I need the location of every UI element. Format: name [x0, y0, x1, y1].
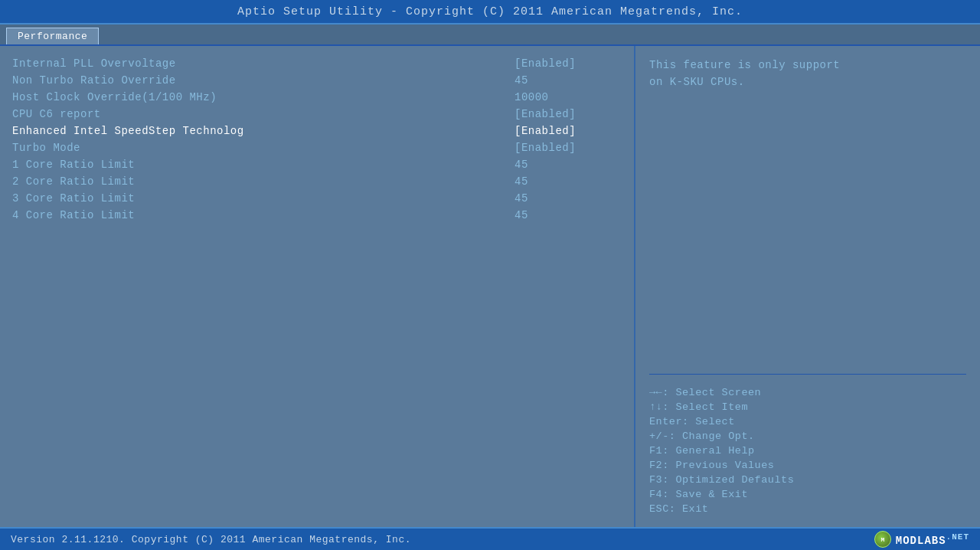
table-row[interactable]: CPU C6 report [Enabled]: [12, 106, 622, 123]
setting-value-4: [Enabled]: [514, 125, 622, 137]
tab-row: Performance: [0, 25, 980, 46]
setting-name-2: Host Clock Override(1/100 MHz): [12, 91, 514, 103]
setting-value-2: 10000: [514, 91, 622, 103]
table-row[interactable]: 1 Core Ratio Limit 45: [12, 156, 622, 173]
setting-name-9: 4 Core Ratio Limit: [12, 209, 514, 221]
modlabs-icon: M: [874, 531, 891, 548]
main-area: Internal PLL Overvoltage [Enabled] Non T…: [0, 46, 980, 527]
table-row[interactable]: Host Clock Override(1/100 MHz) 10000: [12, 89, 622, 106]
app-title: Aptio Setup Utility - Copyright (C) 2011…: [237, 5, 743, 18]
table-row[interactable]: Non Turbo Ratio Override 45: [12, 72, 622, 89]
setting-value-1: 45: [514, 74, 622, 87]
setting-name-3: CPU C6 report: [12, 108, 514, 120]
setting-value-3: [Enabled]: [514, 108, 622, 120]
right-panel: This feature is only support on K-SKU CP…: [635, 46, 980, 527]
help-text: This feature is only support on K-SKU CP…: [649, 57, 966, 91]
help-line1: This feature is only support: [649, 59, 840, 71]
modlabs-brand: MODLABS.NET: [896, 532, 969, 547]
shortcut-item-2: Enter: Select: [649, 414, 966, 429]
tab-performance[interactable]: Performance: [6, 28, 99, 44]
setting-name-8: 3 Core Ratio Limit: [12, 192, 514, 205]
setting-name-5: Turbo Mode: [12, 142, 514, 154]
table-row[interactable]: 2 Core Ratio Limit 45: [12, 173, 622, 190]
help-line2: on K-SKU CPUs.: [649, 76, 745, 88]
modlabs-logo: M MODLABS.NET: [874, 531, 969, 548]
table-row[interactable]: Enhanced Intel SpeedStep Technolog [Enab…: [12, 123, 622, 139]
shortcut-item-1: ↑↓: Select Item: [649, 400, 966, 414]
shortcut-item-0: →←: Select Screen: [649, 385, 966, 400]
top-header-bar: Aptio Setup Utility - Copyright (C) 2011…: [0, 0, 980, 25]
setting-value-9: 45: [514, 209, 622, 221]
table-row[interactable]: 3 Core Ratio Limit 45: [12, 190, 622, 207]
shortcut-item-5: F2: Previous Values: [649, 458, 966, 473]
table-row[interactable]: Internal PLL Overvoltage [Enabled]: [12, 55, 622, 72]
divider: [649, 374, 966, 375]
table-row[interactable]: Turbo Mode [Enabled]: [12, 139, 622, 156]
shortcut-item-6: F3: Optimized Defaults: [649, 473, 966, 487]
setting-name-7: 2 Core Ratio Limit: [12, 175, 514, 188]
shortcut-item-7: F4: Save & Exit: [649, 487, 966, 502]
setting-name-6: 1 Core Ratio Limit: [12, 159, 514, 171]
table-row[interactable]: 4 Core Ratio Limit 45: [12, 207, 622, 224]
footer-text: Version 2.11.1210. Copyright (C) 2011 Am…: [11, 534, 411, 545]
setting-name-4: Enhanced Intel SpeedStep Technolog: [12, 125, 514, 137]
shortcut-item-8: ESC: Exit: [649, 502, 966, 516]
setting-value-0: [Enabled]: [514, 57, 622, 70]
setting-name-0: Internal PLL Overvoltage: [12, 57, 514, 70]
shortcut-list: →←: Select Screen ↑↓: Select Item Enter:…: [649, 385, 966, 516]
bottom-bar: Version 2.11.1210. Copyright (C) 2011 Am…: [0, 527, 980, 550]
setting-value-7: 45: [514, 175, 622, 188]
shortcut-item-3: +/-: Change Opt.: [649, 429, 966, 444]
shortcut-item-4: F1: General Help: [649, 444, 966, 458]
left-panel: Internal PLL Overvoltage [Enabled] Non T…: [0, 46, 635, 527]
setting-value-8: 45: [514, 192, 622, 205]
setting-name-1: Non Turbo Ratio Override: [12, 74, 514, 87]
setting-value-5: [Enabled]: [514, 142, 622, 154]
settings-table: Internal PLL Overvoltage [Enabled] Non T…: [12, 55, 622, 224]
setting-value-6: 45: [514, 159, 622, 171]
